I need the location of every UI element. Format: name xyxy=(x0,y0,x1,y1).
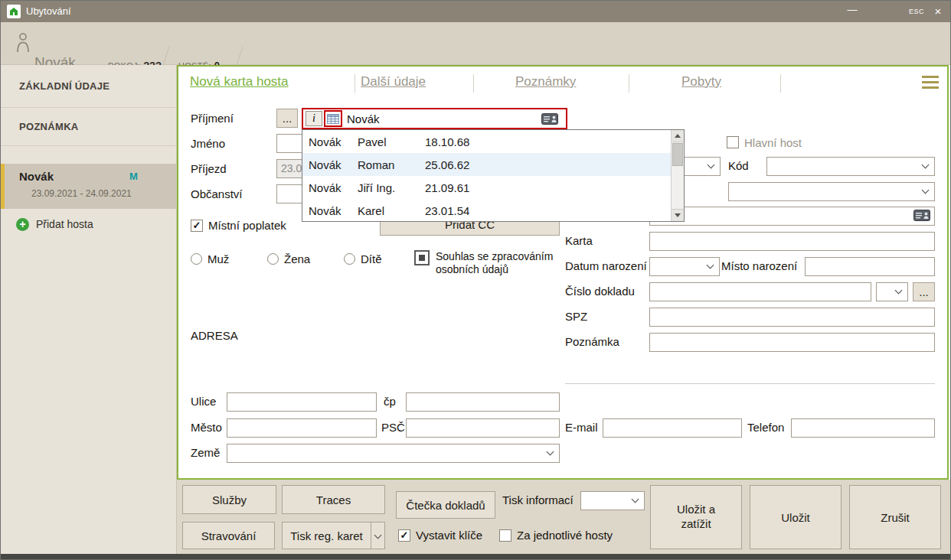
local-fee-checkbox[interactable]: ✓ xyxy=(191,220,203,232)
issue-keys-label: Vystavit klíče xyxy=(416,528,482,543)
suggestion-birth-date: 21.09.61 xyxy=(425,181,671,194)
city-field[interactable] xyxy=(227,418,377,438)
email-label: E-mail xyxy=(565,420,598,435)
main-guest-checkbox[interactable] xyxy=(727,136,739,148)
id-card-icon[interactable] xyxy=(913,210,930,221)
sidebar-guest-item-selected[interactable]: Novák M 23.09.2021 - 24.09.2021 xyxy=(1,164,177,209)
window-title: Ubytování xyxy=(26,1,71,22)
document-number-label: Číslo dokladu xyxy=(565,284,635,299)
birth-place-label: Místo narození xyxy=(721,259,797,274)
gender-male-radio[interactable] xyxy=(191,253,202,265)
minimize-button[interactable]: — xyxy=(843,1,861,22)
surname-lookup-button[interactable]: ... xyxy=(276,109,298,128)
suggestion-first-name: Karel xyxy=(358,204,425,217)
code-label: Kód xyxy=(728,158,749,174)
spz-label: SPZ xyxy=(565,309,587,324)
address-heading: ADRESA xyxy=(191,328,238,343)
tab-stays[interactable]: Pobyty xyxy=(681,73,721,91)
company-field[interactable] xyxy=(649,207,935,226)
chevron-down-icon xyxy=(895,287,903,295)
info-button[interactable]: i xyxy=(306,111,322,126)
zip-field[interactable] xyxy=(406,418,560,438)
zip-label: PSČ xyxy=(381,420,405,435)
document-type-combo[interactable] xyxy=(876,282,908,301)
print-reg-cards-dropdown-button[interactable] xyxy=(371,522,385,549)
triangle-down-icon xyxy=(675,213,681,217)
sidebar: ZÁKLADNÍ ÚDAJE POZNÁMKA Novák M 23.09.20… xyxy=(1,65,177,554)
category-combo[interactable] xyxy=(728,182,935,201)
triangle-up-icon xyxy=(675,134,681,138)
first-name-label: Jméno xyxy=(191,136,225,151)
tab-new-guest-card[interactable]: Nová karta hosta xyxy=(190,73,289,91)
suggestion-row[interactable]: Novák Jiří Ing. 21.09.61 xyxy=(302,176,671,199)
tab-separator xyxy=(355,74,355,93)
spz-field[interactable] xyxy=(649,308,935,327)
city-label: Město xyxy=(191,420,222,435)
tab-separator xyxy=(780,74,781,93)
suggestion-first-name: Pavel xyxy=(358,135,425,148)
tab-separator xyxy=(629,74,629,93)
surname-value[interactable]: Novák xyxy=(347,112,541,125)
email-field[interactable] xyxy=(603,418,742,438)
scrollbar-up-button[interactable] xyxy=(672,130,684,142)
birth-place-field[interactable] xyxy=(805,257,935,276)
country-combo[interactable] xyxy=(227,444,560,463)
house-no-field[interactable] xyxy=(406,392,560,412)
suggestion-surname: Novák xyxy=(302,158,358,171)
save-and-charge-button[interactable]: Uložit a zatížit xyxy=(650,485,742,549)
print-info-label: Tisk informací xyxy=(502,493,574,508)
add-guest-button[interactable]: + Přidat hosta xyxy=(1,215,177,236)
esc-button[interactable]: ESC xyxy=(909,1,924,22)
scrollbar[interactable] xyxy=(671,130,684,221)
traces-button[interactable]: Traces xyxy=(282,485,385,514)
per-guests-label: Za jednotlivé hosty xyxy=(517,528,613,543)
guest-dates: 23.09.2021 - 24.09.2021 xyxy=(31,188,132,199)
tab-separator xyxy=(473,74,474,93)
chevron-down-icon xyxy=(707,262,714,269)
birth-date-label: Datum narození xyxy=(565,259,647,274)
suggestion-row[interactable]: Novák Pavel 18.10.68 xyxy=(302,130,671,153)
cancel-button[interactable]: Zrušit xyxy=(849,485,941,549)
grid-picker-button[interactable] xyxy=(324,110,342,127)
save-button[interactable]: Uložit xyxy=(750,485,842,549)
card-field[interactable] xyxy=(649,232,935,251)
scrollbar-down-button[interactable] xyxy=(672,209,684,221)
street-field[interactable] xyxy=(227,392,377,412)
chevron-down-icon xyxy=(374,531,382,539)
gender-female-radio[interactable] xyxy=(267,253,279,265)
document-more-button[interactable]: ... xyxy=(913,282,935,301)
note-field[interactable] xyxy=(649,333,935,352)
issue-keys-checkbox[interactable]: ✓ xyxy=(398,529,410,542)
scrollbar-thumb[interactable] xyxy=(672,143,683,166)
surname-combo[interactable]: i Novák xyxy=(302,108,567,129)
tab-notes[interactable]: Poznámky xyxy=(515,73,576,91)
sidebar-item-note[interactable]: POZNÁMKA xyxy=(1,108,177,146)
card-label: Karta xyxy=(565,233,593,249)
country-label: Země xyxy=(191,445,220,461)
code-combo[interactable] xyxy=(766,157,935,176)
services-button[interactable]: Služby xyxy=(182,485,276,514)
suggestion-surname: Novák xyxy=(302,181,358,194)
birth-date-combo[interactable] xyxy=(649,257,720,276)
doc-reader-button[interactable]: Čtečka dokladů xyxy=(396,491,495,519)
document-number-field[interactable] xyxy=(649,282,871,301)
suggestion-row[interactable]: Novák Roman 25.06.62 xyxy=(302,153,671,176)
suggestion-row[interactable]: Novák Karel 23.01.54 xyxy=(302,199,671,222)
tab-other-data[interactable]: Další údaje xyxy=(361,73,426,91)
arrival-label: Příjezd xyxy=(191,161,227,177)
print-reg-cards-button[interactable]: Tisk reg. karet xyxy=(282,522,371,549)
id-card-icon[interactable] xyxy=(541,113,558,125)
gender-child-radio[interactable] xyxy=(344,253,355,265)
hamburger-menu-icon[interactable] xyxy=(922,76,939,92)
chevron-down-icon xyxy=(632,496,639,503)
consent-checkbox[interactable] xyxy=(414,250,430,265)
sidebar-item-basic-data[interactable]: ZÁKLADNÍ ÚDAJE xyxy=(1,65,177,108)
gender-male-label: Muž xyxy=(208,252,229,267)
close-icon[interactable]: × xyxy=(930,1,946,22)
print-info-combo[interactable] xyxy=(580,491,645,510)
guest-header: Novák POKOJ: ??? HOSTÉ: 0 xyxy=(1,22,950,65)
phone-field[interactable] xyxy=(791,418,935,438)
per-guests-checkbox[interactable] xyxy=(499,529,511,542)
catering-button[interactable]: Stravování xyxy=(182,522,275,549)
note-label: Poznámka xyxy=(565,334,619,350)
